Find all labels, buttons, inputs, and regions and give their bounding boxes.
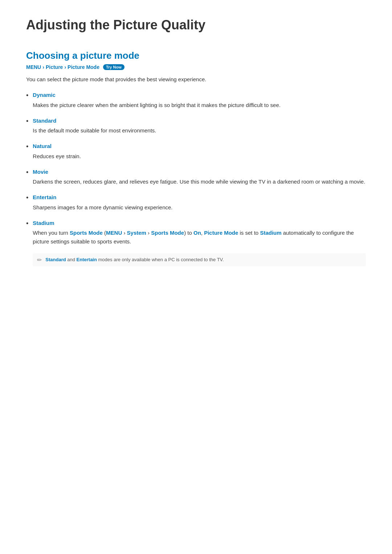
bullet-icon: •: [26, 91, 28, 100]
item-desc-movie: Darkens the screen, reduces glare, and r…: [33, 177, 366, 186]
list-item: • Natural Reduces eye strain.: [26, 142, 366, 168]
breadcrumb-menu: MENU: [26, 64, 41, 70]
bullet-icon: •: [26, 219, 28, 228]
bullet-icon: •: [26, 193, 28, 202]
note-text: Standard and Entertain modes are only av…: [45, 256, 224, 263]
link-system: System: [127, 230, 146, 236]
note-standard: Standard: [45, 257, 66, 262]
link-picture-mode: Picture Mode: [204, 230, 238, 236]
breadcrumb-picture-mode: Picture Mode: [68, 64, 99, 70]
item-desc-entertain: Sharpens images for a more dynamic viewi…: [33, 203, 366, 212]
bullet-icon: •: [26, 117, 28, 126]
list-item-content: Standard Is the default mode suitable fo…: [33, 117, 366, 143]
breadcrumb-chevron-1: ›: [42, 64, 44, 70]
section-title: Choosing a picture mode: [26, 50, 366, 61]
link-menu: MENU: [106, 230, 122, 236]
item-title-dynamic: Dynamic: [33, 91, 366, 99]
list-item: • Movie Darkens the screen, reduces glar…: [26, 168, 366, 194]
item-title-natural: Natural: [33, 142, 366, 151]
item-desc-standard: Is the default mode suitable for most en…: [33, 126, 366, 135]
note-entertain: Entertain: [77, 257, 97, 262]
list-item: • Stadium When you turn Sports Mode (MEN…: [26, 219, 366, 267]
note-box: ✏ Standard and Entertain modes are only …: [33, 253, 366, 266]
breadcrumb-chevron-2: ›: [64, 64, 66, 70]
list-item: • Standard Is the default mode suitable …: [26, 117, 366, 143]
intro-text: You can select the picture mode that pro…: [26, 75, 366, 84]
item-desc-stadium: When you turn Sports Mode (MENU › System…: [33, 229, 366, 246]
item-desc-natural: Reduces eye strain.: [33, 152, 366, 161]
page-title: Adjusting the Picture Quality: [26, 17, 366, 33]
item-title-entertain: Entertain: [33, 193, 366, 202]
item-title-stadium: Stadium: [33, 219, 366, 227]
list-item-content: Dynamic Makes the picture clearer when t…: [33, 91, 366, 117]
item-title-standard: Standard: [33, 117, 366, 125]
list-item: • Entertain Sharpens images for a more d…: [26, 193, 366, 219]
choosing-picture-mode-section: Choosing a picture mode MENU › Picture ›…: [26, 50, 366, 266]
note-pencil-icon: ✏: [37, 257, 42, 263]
item-title-movie: Movie: [33, 168, 366, 176]
list-item-content: Stadium When you turn Sports Mode (MENU …: [33, 219, 366, 267]
list-item-content: Natural Reduces eye strain.: [33, 142, 366, 168]
list-item: • Dynamic Makes the picture clearer when…: [26, 91, 366, 117]
picture-mode-list: • Dynamic Makes the picture clearer when…: [26, 91, 366, 266]
list-item-content: Movie Darkens the screen, reduces glare,…: [33, 168, 366, 194]
breadcrumb-picture: Picture: [46, 64, 63, 70]
try-now-badge[interactable]: Try Now: [103, 64, 124, 70]
link-sports-mode: Sports Mode: [70, 230, 103, 236]
bullet-icon: •: [26, 142, 28, 151]
item-desc-dynamic: Makes the picture clearer when the ambie…: [33, 101, 366, 110]
list-item-content: Entertain Sharpens images for a more dyn…: [33, 193, 366, 219]
link-stadium: Stadium: [260, 230, 281, 236]
link-on: On: [193, 230, 201, 236]
link-sports-mode-2: Sports Mode: [151, 230, 184, 236]
bullet-icon: •: [26, 168, 28, 177]
breadcrumb: MENU › Picture › Picture Mode Try Now: [26, 64, 366, 70]
